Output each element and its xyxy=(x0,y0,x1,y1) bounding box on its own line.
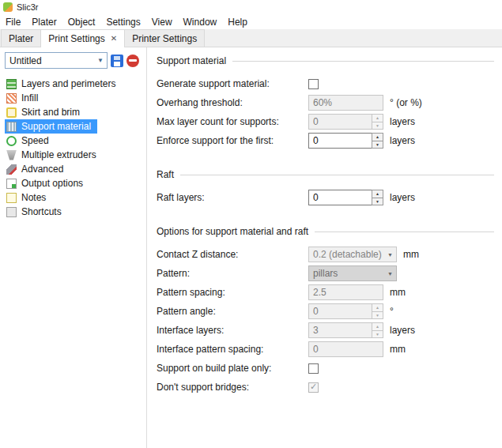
interface-layers-spinner: ▲ ▼ xyxy=(308,322,383,338)
tab-printer-settings[interactable]: Printer Settings xyxy=(124,29,205,47)
unit-label: mm xyxy=(403,249,419,260)
field-label: Contact Z distance: xyxy=(157,249,308,260)
spin-down-button[interactable]: ▼ xyxy=(372,141,383,149)
spin-down-icon: ▼ xyxy=(372,122,383,130)
spin-up-button[interactable]: ▲ xyxy=(372,133,383,141)
spin-up-icon: ▲ xyxy=(372,114,383,122)
sidebar-item-shortcuts[interactable]: Shortcuts xyxy=(5,205,68,219)
sidebar-item-notes[interactable]: Notes xyxy=(5,190,52,205)
speed-icon xyxy=(6,136,17,146)
raft-layers-input[interactable] xyxy=(308,190,372,205)
sidebar-item-label: Support material xyxy=(21,121,91,132)
max-layer-count-spinner: ▲ ▼ xyxy=(308,114,383,130)
field-row: Generate support material: xyxy=(157,76,494,92)
section-divider xyxy=(315,232,494,232)
sidebar-item-label: Advanced xyxy=(21,164,63,175)
field-label: Support on build plate only: xyxy=(157,363,308,374)
field-label: Interface layers: xyxy=(157,325,308,336)
field-row: Don't support bridges: xyxy=(157,379,494,395)
titlebar: Slic3r xyxy=(0,0,502,14)
chevron-down-icon: ▼ xyxy=(384,252,396,258)
spin-down-button[interactable]: ▼ xyxy=(372,198,383,206)
unit-label: layers xyxy=(390,325,415,336)
preset-select-value: Untitled xyxy=(9,55,42,66)
menu-help[interactable]: Help xyxy=(222,15,253,29)
unit-label: mm xyxy=(390,344,406,355)
pattern-select: pillars ▼ xyxy=(308,265,397,281)
sidebar-item-label: Shortcuts xyxy=(21,206,62,217)
unit-label: ° (or %) xyxy=(390,97,422,108)
sidebar-item-layers-and-perimeters[interactable]: Layers and perimeters xyxy=(5,77,122,91)
unit-label: layers xyxy=(390,192,415,203)
support-icon xyxy=(6,122,17,132)
section-support-material: Support material Generate support materi… xyxy=(157,55,494,149)
spin-up-icon: ▲ xyxy=(372,322,383,330)
sidebar-item-output-options[interactable]: Output options xyxy=(5,176,89,190)
sidebar-item-support-material[interactable]: Support material xyxy=(5,119,97,134)
section-title: Options for support material and raft xyxy=(157,226,308,237)
sidebar-item-infill[interactable]: Infill xyxy=(5,91,44,105)
save-preset-icon[interactable] xyxy=(111,55,123,67)
field-row: Contact Z distance: 0.2 (detachable) ▼ m… xyxy=(157,247,494,262)
field-row: Max layer count for supports: ▲ ▼ layers xyxy=(157,114,494,130)
skirt-icon xyxy=(6,107,17,118)
field-row: Support on build plate only: xyxy=(157,360,494,376)
field-row: Overhang threshold: ° (or %) xyxy=(157,95,494,111)
delete-preset-icon[interactable] xyxy=(126,55,139,67)
output-icon xyxy=(6,179,17,189)
field-label: Overhang threshold: xyxy=(157,97,308,108)
shortcuts-icon xyxy=(6,207,17,217)
sidebar-item-advanced[interactable]: Advanced xyxy=(5,162,70,176)
menubar: File Plater Object Settings View Window … xyxy=(0,14,502,29)
app-icon xyxy=(3,2,13,12)
section-options: Options for support material and raft Co… xyxy=(157,226,494,395)
tab-print-settings[interactable]: Print Settings ✕ xyxy=(40,29,125,47)
support-build-plate-checkbox[interactable] xyxy=(308,363,319,374)
sidebar-item-label: Speed xyxy=(21,135,49,146)
close-icon[interactable]: ✕ xyxy=(111,35,117,43)
interface-pattern-spacing-input xyxy=(308,341,383,357)
contact-z-distance-select: 0.2 (detachable) ▼ xyxy=(308,247,397,262)
spin-up-button[interactable]: ▲ xyxy=(372,190,383,198)
tab-plater-label: Plater xyxy=(9,33,33,44)
max-layer-count-input xyxy=(308,114,372,130)
enforce-support-spinner[interactable]: ▲ ▼ xyxy=(308,133,383,149)
field-label: Max layer count for supports: xyxy=(157,116,308,127)
field-row: Pattern spacing: mm xyxy=(157,284,494,300)
menu-window[interactable]: Window xyxy=(178,15,223,29)
field-row: Enforce support for the first: ▲ ▼ layer… xyxy=(157,133,494,149)
menu-object[interactable]: Object xyxy=(62,15,101,29)
notes-icon xyxy=(6,193,17,203)
raft-layers-spinner[interactable]: ▲ ▼ xyxy=(308,190,383,205)
contact-z-distance-value: 0.2 (detachable) xyxy=(313,249,382,260)
menu-file[interactable]: File xyxy=(0,15,26,29)
sidebar-item-skirt-and-brim[interactable]: Skirt and brim xyxy=(5,105,86,119)
preset-select[interactable]: Untitled ▼ xyxy=(5,52,108,69)
sidebar: Untitled ▼ Layers and perimeters Infill … xyxy=(0,47,147,448)
pattern-spacing-input xyxy=(308,284,383,300)
field-row: Interface layers: ▲ ▼ layers xyxy=(157,322,494,338)
preset-row: Untitled ▼ xyxy=(5,52,143,69)
tab-printer-settings-label: Printer Settings xyxy=(132,33,197,44)
tab-plater[interactable]: Plater xyxy=(1,29,41,47)
settings-panel: Support material Generate support materi… xyxy=(147,47,502,448)
unit-label: layers xyxy=(390,135,415,146)
menu-settings[interactable]: Settings xyxy=(100,15,145,29)
generate-support-checkbox[interactable] xyxy=(308,79,319,89)
field-label: Pattern: xyxy=(157,268,308,279)
field-label: Don't support bridges: xyxy=(157,382,308,393)
unit-label: ° xyxy=(390,306,394,317)
sidebar-item-speed[interactable]: Speed xyxy=(5,134,55,148)
tabbar: Plater Print Settings ✕ Printer Settings xyxy=(0,29,502,47)
field-label: Interface pattern spacing: xyxy=(157,344,308,355)
enforce-support-input[interactable] xyxy=(308,133,372,149)
menu-plater[interactable]: Plater xyxy=(26,15,62,29)
section-divider xyxy=(232,61,494,62)
menu-view[interactable]: View xyxy=(146,15,178,29)
field-label: Pattern spacing: xyxy=(157,287,308,298)
sidebar-item-label: Layers and perimeters xyxy=(21,78,115,89)
chevron-down-icon: ▼ xyxy=(384,271,396,277)
sidebar-item-multiple-extruders[interactable]: Multiple extruders xyxy=(5,148,103,162)
field-label: Raft layers: xyxy=(157,192,308,203)
tab-print-settings-label: Print Settings xyxy=(48,33,104,44)
